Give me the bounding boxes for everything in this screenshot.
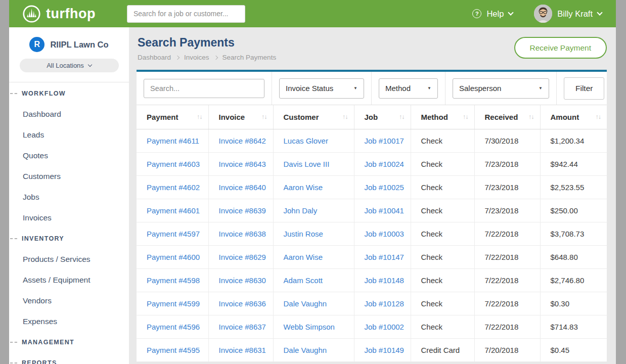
- job-link[interactable]: Job #10002: [365, 323, 404, 331]
- cell-job: Job #10128: [354, 292, 411, 315]
- sidebar-item-products-services[interactable]: Products / Services: [9, 249, 129, 269]
- payment-link[interactable]: Payment #4611: [147, 136, 199, 145]
- cell-payment: Payment #4599: [137, 292, 208, 315]
- section-dash-icon: [10, 362, 17, 363]
- customer-link[interactable]: Justin Rose: [284, 230, 323, 238]
- sidebar-item-assets-equipment[interactable]: Assets / Equipment: [9, 269, 129, 290]
- company-name: RIIPL Lawn Co: [50, 40, 108, 50]
- sidebar-item-vendors[interactable]: Vendors: [9, 290, 129, 311]
- job-link[interactable]: Job #10017: [365, 136, 404, 145]
- chevron-down-icon: [88, 63, 92, 67]
- receive-payment-button[interactable]: Receive Payment: [514, 37, 607, 59]
- help-menu[interactable]: ? Help: [472, 9, 513, 19]
- customer-link[interactable]: John Daly: [284, 206, 318, 215]
- table-row: Payment #4598Invoice #8630Adam ScottJob …: [137, 268, 607, 292]
- cell-customer: Aaron Wise: [273, 175, 354, 199]
- sidebar-item-jobs[interactable]: Jobs: [9, 187, 129, 207]
- job-link[interactable]: Job #10003: [365, 230, 404, 238]
- job-link[interactable]: Job #10147: [365, 253, 404, 261]
- method-select-value: Method: [385, 84, 411, 93]
- payment-link[interactable]: Payment #4597: [147, 230, 200, 238]
- job-link[interactable]: Job #10148: [365, 276, 404, 285]
- invoice-link[interactable]: Invoice #8631: [219, 346, 266, 354]
- cell-invoice: Invoice #8629: [208, 245, 273, 268]
- breadcrumb-dashboard[interactable]: Dashboard: [138, 54, 171, 61]
- customer-link[interactable]: Aaron Wise: [284, 253, 323, 261]
- column-header-amount[interactable]: Amount↑↓: [540, 105, 607, 129]
- cell-job: Job #10149: [354, 338, 411, 361]
- payment-link[interactable]: Payment #4595: [147, 346, 200, 354]
- sidebar-item-quotes[interactable]: Quotes: [9, 145, 129, 166]
- payment-link[interactable]: Payment #4598: [147, 276, 200, 285]
- column-header-invoice[interactable]: Invoice↑↓: [208, 105, 273, 129]
- sidebar-item-dashboard[interactable]: Dashboard: [9, 104, 129, 124]
- invoice-link[interactable]: Invoice #8639: [219, 206, 266, 215]
- job-link[interactable]: Job #10149: [365, 346, 404, 354]
- invoice-link[interactable]: Invoice #8643: [219, 160, 266, 168]
- payment-link[interactable]: Payment #4601: [147, 206, 200, 215]
- cell-received: 7/30/2018: [474, 129, 540, 152]
- invoice-link[interactable]: Invoice #8638: [219, 230, 266, 238]
- payment-link[interactable]: Payment #4599: [147, 299, 200, 308]
- method-select[interactable]: Method ▼: [379, 78, 438, 99]
- sidebar-item-leads[interactable]: Leads: [9, 124, 129, 145]
- column-label: Received: [485, 113, 518, 121]
- cell-amount: $0.30: [540, 292, 607, 315]
- customer-link[interactable]: Dale Vaughn: [284, 346, 327, 354]
- customer-link[interactable]: Davis Love III: [284, 160, 330, 168]
- global-search-input[interactable]: [127, 5, 245, 23]
- sort-icon: ↑↓: [528, 113, 534, 120]
- invoice-link[interactable]: Invoice #8630: [219, 276, 266, 285]
- column-header-received[interactable]: Received↑↓: [474, 105, 540, 129]
- invoice-link[interactable]: Invoice #8642: [219, 136, 266, 145]
- payment-link[interactable]: Payment #4602: [147, 183, 200, 192]
- invoice-link[interactable]: Invoice #8637: [219, 323, 266, 331]
- payment-link[interactable]: Payment #4603: [147, 160, 200, 168]
- column-header-job[interactable]: Job↑↓: [354, 105, 411, 129]
- cell-invoice: Invoice #8639: [208, 199, 273, 222]
- table-row: Payment #4601Invoice #8639John DalyJob #…: [137, 199, 607, 222]
- sidebar-item-invoices[interactable]: Invoices: [9, 207, 129, 228]
- column-header-payment[interactable]: Payment↑↓: [137, 105, 208, 129]
- avatar-photo-icon: [534, 5, 552, 23]
- sidebar-item-customers[interactable]: Customers: [9, 166, 129, 187]
- customer-link[interactable]: Aaron Wise: [284, 183, 323, 192]
- cell-payment: Payment #4596: [137, 315, 208, 338]
- payment-link[interactable]: Payment #4600: [147, 253, 200, 261]
- cell-job: Job #10041: [354, 199, 411, 222]
- cell-method: Check: [411, 268, 474, 292]
- cell-method: Check: [411, 175, 474, 199]
- table-row: Payment #4596Invoice #8637Webb SimpsonJo…: [137, 315, 607, 338]
- cell-method: Check: [411, 292, 474, 315]
- payments-search-input[interactable]: [144, 79, 264, 98]
- job-link[interactable]: Job #10041: [365, 206, 404, 215]
- breadcrumb-invoices[interactable]: Invoices: [184, 54, 209, 61]
- customer-link[interactable]: Lucas Glover: [284, 136, 328, 145]
- customer-link[interactable]: Adam Scott: [284, 276, 323, 285]
- salesperson-select[interactable]: Salesperson ▼: [453, 78, 549, 99]
- payments-table: Payment↑↓Invoice↑↓Customer↑↓Job↑↓Method↑…: [137, 105, 607, 362]
- invoice-status-select[interactable]: Invoice Status ▼: [279, 78, 364, 99]
- table-header-row: Payment↑↓Invoice↑↓Customer↑↓Job↑↓Method↑…: [137, 105, 607, 129]
- invoice-link[interactable]: Invoice #8640: [219, 183, 266, 192]
- invoice-link[interactable]: Invoice #8636: [219, 299, 266, 308]
- column-header-method[interactable]: Method↑↓: [411, 105, 474, 129]
- invoice-link[interactable]: Invoice #8629: [219, 253, 266, 261]
- column-header-customer[interactable]: Customer↑↓: [273, 105, 354, 129]
- job-link[interactable]: Job #10024: [365, 160, 404, 168]
- customer-link[interactable]: Webb Simpson: [284, 323, 335, 331]
- cell-payment: Payment #4597: [137, 222, 208, 245]
- table-row: Payment #4611Invoice #8642Lucas GloverJo…: [137, 129, 607, 152]
- turfhop-logo-icon: [22, 5, 41, 23]
- cell-customer: Justin Rose: [273, 222, 354, 245]
- filter-button[interactable]: Filter: [564, 77, 604, 100]
- cell-customer: Lucas Glover: [273, 129, 354, 152]
- payment-link[interactable]: Payment #4596: [147, 323, 200, 331]
- job-link[interactable]: Job #10128: [365, 299, 404, 308]
- customer-link[interactable]: Dale Vaughn: [284, 299, 327, 308]
- location-selector[interactable]: All Locations: [20, 59, 119, 72]
- sidebar-item-expenses[interactable]: Expenses: [9, 311, 129, 332]
- cell-amount: $1,200.34: [540, 129, 607, 152]
- job-link[interactable]: Job #10025: [365, 183, 404, 192]
- user-menu[interactable]: Billy Kraft: [534, 5, 602, 23]
